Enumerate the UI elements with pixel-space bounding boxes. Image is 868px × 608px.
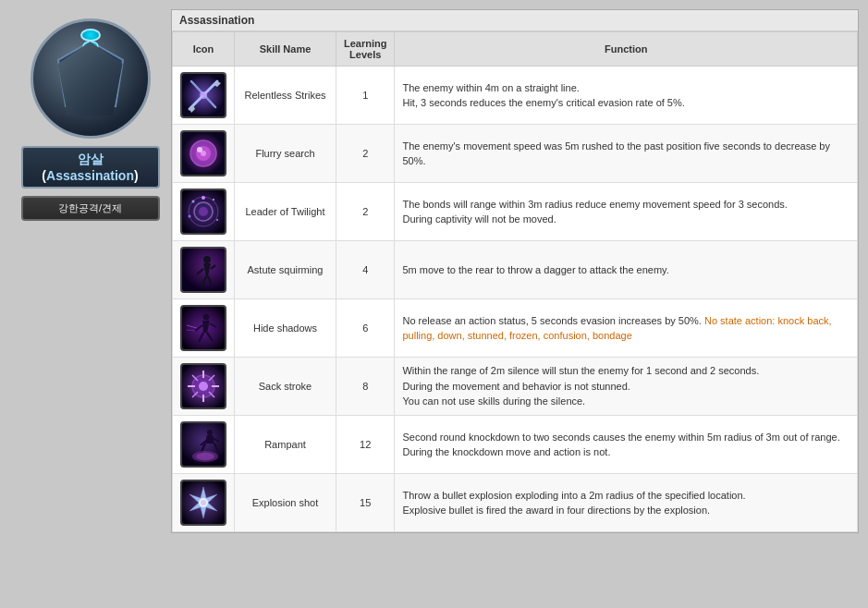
skill-name: Rampant [235, 416, 336, 474]
skill-icon [180, 72, 226, 118]
class-name-korean: 암살 [78, 152, 104, 166]
skill-icon [180, 421, 226, 468]
emblem-gem [80, 29, 101, 42]
skill-name: Astute squirming [235, 241, 336, 299]
skill-function: No release an action status, 5 seconds e… [395, 299, 858, 358]
emblem-dagger-svg [49, 37, 132, 120]
svg-marker-1 [77, 51, 104, 102]
svg-point-60 [207, 430, 213, 435]
svg-point-24 [189, 215, 191, 218]
skill-function: Throw a bullet explosion exploding into … [395, 474, 858, 532]
skill-name: Relentless Strikes [235, 67, 336, 125]
header-learning-levels: LearningLevels [336, 32, 395, 67]
table-row: Relentless Strikes1The enemy within 4m o… [173, 67, 858, 125]
table-row: Sack stroke8Within the range of 2m silen… [173, 358, 858, 416]
skill-icon-cell [173, 474, 235, 532]
skill-level: 6 [336, 299, 395, 358]
skill-name: Leader of Twilight [235, 183, 336, 241]
header-icon: Icon [173, 32, 235, 67]
svg-marker-0 [58, 42, 123, 106]
skill-icon-cell [173, 358, 235, 416]
header-skill-name: Skill Name [235, 32, 336, 67]
skill-highlight-text: No state action: knock back, pulling, do… [402, 315, 831, 342]
skill-level: 2 [336, 125, 395, 183]
skill-level: 15 [336, 474, 395, 532]
table-row: Hide shadows6No release an action status… [173, 299, 858, 358]
class-name-english: Assassination [46, 168, 134, 183]
skill-icon [180, 130, 226, 176]
svg-point-26 [202, 196, 205, 200]
skill-function: The bonds will range within 3m radius re… [395, 183, 858, 241]
table-row: Leader of Twilight2The bonds will range … [173, 183, 858, 241]
skill-icon [180, 363, 226, 409]
skill-icon-cell [173, 125, 235, 183]
skill-function: The enemy within 4m on a straight line.H… [395, 67, 858, 125]
svg-point-25 [216, 219, 218, 221]
skill-icon [180, 305, 226, 351]
skill-level: 8 [336, 358, 395, 416]
svg-rect-3 [77, 79, 104, 83]
skill-function: The enemy's movement speed was 5m rushed… [395, 125, 858, 183]
table-row: Rampant12Second round knockdown to two s… [173, 416, 858, 474]
skill-icon-cell [173, 183, 235, 241]
left-panel: 암살 (Assassination) 강한공격/견제 [9, 9, 171, 230]
skill-icon [180, 247, 226, 293]
svg-point-22 [192, 201, 195, 203]
skill-name: Hide shadows [235, 299, 336, 358]
skill-icon-cell [173, 299, 235, 358]
skill-function: Second round knockdown to two seconds ca… [395, 416, 858, 474]
class-title: 암살 (Assassination) [21, 146, 160, 188]
skill-icon [180, 188, 226, 235]
skill-icon-cell [173, 67, 235, 125]
table-header-row: Icon Skill Name LearningLevels Function [173, 32, 858, 67]
svg-point-30 [203, 256, 211, 263]
svg-point-17 [201, 151, 206, 156]
svg-point-4 [83, 42, 98, 51]
skill-level: 12 [336, 416, 395, 474]
skill-function: Within the range of 2m silence will stun… [395, 358, 858, 416]
table-row: Explosion shot15Throw a bullet explosion… [173, 474, 858, 532]
right-panel: Assassination Icon Skill Name LearningLe… [171, 9, 859, 533]
header-function: Function [395, 32, 858, 67]
table-row: Astute squirming45m move to the rear to … [173, 241, 858, 299]
class-subtitle: 강한공격/견제 [21, 196, 160, 221]
skill-icon-cell [173, 241, 235, 299]
skill-name: Flurry search [235, 125, 336, 183]
svg-point-9 [200, 91, 207, 99]
skill-level: 1 [336, 67, 395, 125]
svg-point-57 [199, 382, 208, 391]
skill-name: Explosion shot [235, 474, 336, 532]
skill-icon [180, 480, 226, 526]
skill-level: 2 [336, 183, 395, 241]
skill-function: 5m move to the rear to throw a dagger to… [395, 241, 858, 299]
svg-point-38 [203, 314, 210, 321]
skill-name: Sack stroke [235, 358, 336, 416]
skill-level: 4 [336, 241, 395, 299]
table-title: Assassination [172, 10, 858, 31]
table-row: Flurry search2The enemy's movement speed… [173, 125, 858, 183]
svg-point-72 [201, 500, 206, 505]
svg-point-23 [213, 199, 214, 201]
svg-point-27 [199, 207, 208, 216]
emblem-background [31, 18, 151, 139]
skills-table: Icon Skill Name LearningLevels Function … [172, 31, 858, 532]
class-emblem [31, 18, 151, 139]
svg-point-67 [196, 453, 214, 460]
skill-icon-cell [173, 416, 235, 474]
